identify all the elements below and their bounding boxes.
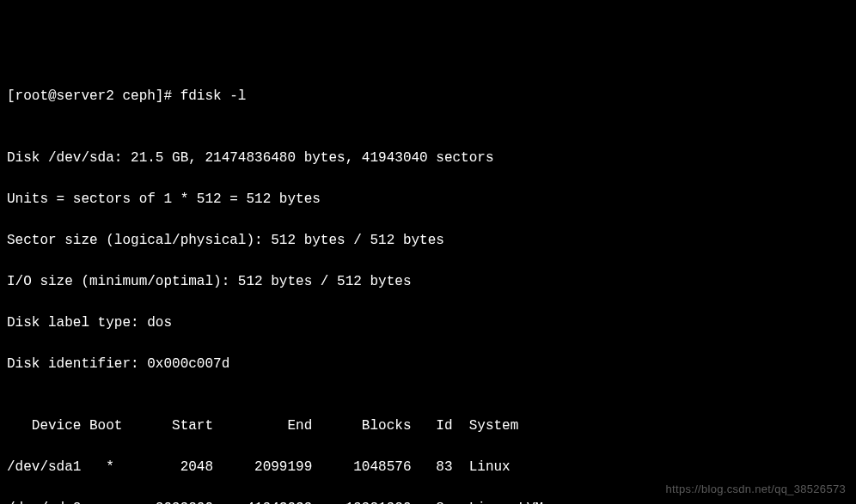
command-prompt-line[interactable]: [root@server2 ceph]# fdisk -l [7,86,849,106]
disk-sda-units: Units = sectors of 1 * 512 = 512 bytes [7,189,849,209]
shell-prompt: [root@server2 ceph]# [7,86,180,106]
disk-sda-label-type: Disk label type: dos [7,313,849,333]
partition-table-header: Device Boot Start End Blocks Id System [7,416,849,436]
watermark-text: https://blog.csdn.net/qq_38526573 [666,481,846,498]
partition-row-sda2: /dev/sda2 2099200 41943039 19921920 8e L… [7,498,849,504]
command-text: fdisk -l [180,86,247,106]
partition-row-sda1: /dev/sda1 * 2048 2099199 1048576 83 Linu… [7,457,849,477]
disk-sda-io-size: I/O size (minimum/optimal): 512 bytes / … [7,271,849,292]
disk-sda-identifier: Disk identifier: 0x000c007d [7,354,849,374]
disk-sda-header: Disk /dev/sda: 21.5 GB, 21474836480 byte… [7,148,849,168]
disk-sda-sector-size: Sector size (logical/physical): 512 byte… [7,230,849,251]
